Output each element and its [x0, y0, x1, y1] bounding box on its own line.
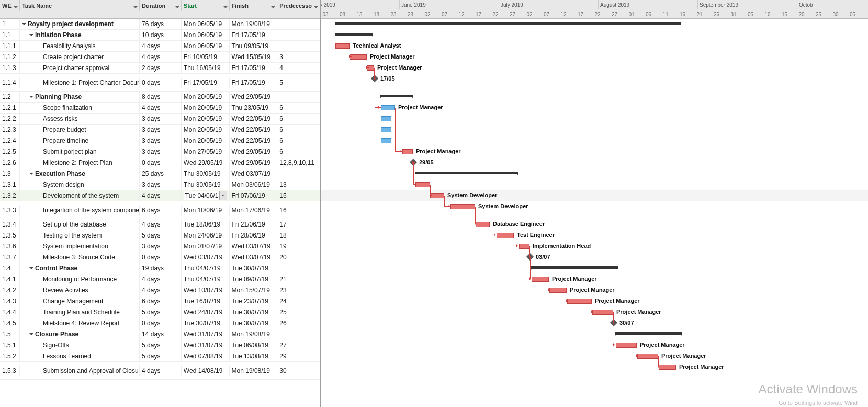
cell-duration[interactable]: 6 days	[140, 296, 182, 307]
summary-bar[interactable]	[335, 33, 372, 36]
cell-wbs[interactable]: 1.3.3	[0, 205, 20, 216]
cell-predecessors[interactable]: 6	[277, 125, 320, 135]
cell-finish[interactable]: Mon 03/06/19	[230, 179, 278, 190]
cell-duration[interactable]: 3 days	[140, 114, 182, 125]
cell-task-name[interactable]: Prepare budget	[20, 125, 140, 135]
cell-duration[interactable]: 3 days	[140, 179, 182, 190]
table-row[interactable]: 1.3.6System implementation3 daysMon 01/0…	[0, 241, 320, 252]
cell-task-name[interactable]: Feasibility Analysis	[20, 41, 140, 52]
cell-finish[interactable]: Mon 19/08/19	[230, 329, 278, 340]
table-row[interactable]: 1.2.4Prepare timeline3 daysMon 20/05/19W…	[0, 135, 320, 146]
cell-task-name[interactable]: Training Plan and Schedule	[20, 307, 140, 318]
cell-wbs[interactable]: 1.5.1	[0, 340, 20, 351]
task-bar[interactable]	[381, 116, 391, 121]
table-row[interactable]: 1.3.5Testing of the system5 daysMon 24/0…	[0, 230, 320, 241]
cell-predecessors[interactable]: 17	[277, 219, 320, 230]
cell-wbs[interactable]: 1.4	[0, 263, 20, 274]
cell-start[interactable]: Thu 30/05/19	[182, 168, 230, 179]
task-bar[interactable]	[335, 43, 350, 49]
cell-task-name[interactable]: Sign-Offs	[20, 340, 140, 351]
cell-wbs[interactable]: 1.2.2	[0, 114, 20, 125]
cell-duration[interactable]: 2 days	[140, 63, 182, 74]
collapse-icon[interactable]	[29, 34, 33, 38]
date-dropdown-icon[interactable]	[219, 191, 227, 200]
table-row[interactable]: 1.4.4Training Plan and Schedule5 daysWed…	[0, 307, 320, 318]
cell-finish[interactable]: Tue 30/07/19	[230, 263, 278, 274]
cell-finish[interactable]: Tue 23/07/19	[230, 296, 278, 307]
table-row[interactable]: 1.2.2Assess risks3 daysMon 20/05/19Wed 2…	[0, 114, 320, 125]
collapse-icon[interactable]	[29, 267, 33, 272]
cell-task-name[interactable]: Scope finalization	[20, 103, 140, 114]
col-start[interactable]: Start	[182, 0, 230, 11]
cell-task-name[interactable]: Execution Phase	[20, 168, 140, 179]
cell-finish[interactable]: Wed 22/05/19	[230, 135, 278, 146]
cell-start[interactable]: Mon 20/05/19	[182, 114, 230, 125]
cell-wbs[interactable]: 1.5.2	[0, 351, 20, 362]
cell-duration[interactable]: 8 days	[140, 92, 182, 103]
table-row[interactable]: 1.2.3Prepare budget3 daysMon 20/05/19Wed…	[0, 125, 320, 135]
cell-task-name[interactable]: Review Activties	[20, 285, 140, 296]
cell-start[interactable]: Wed 03/07/19	[182, 252, 230, 263]
col-duration[interactable]: Duration	[140, 0, 182, 11]
cell-predecessors[interactable]: 19	[277, 241, 320, 252]
cell-finish[interactable]: Thu 23/05/19	[230, 103, 278, 114]
cell-wbs[interactable]: 1.2.1	[0, 103, 20, 114]
cell-wbs[interactable]: 1.3	[0, 168, 20, 179]
table-row[interactable]: 1.5Closure Phase14 daysWed 31/07/19Mon 1…	[0, 329, 320, 340]
cell-task-name[interactable]: Submit porject plan	[20, 146, 140, 157]
cell-finish[interactable]: Wed 29/05/19	[230, 146, 278, 157]
cell-start[interactable]: Fri 10/05/19	[182, 52, 230, 63]
cell-predecessors[interactable]: 18	[277, 230, 320, 241]
cell-start[interactable]: Tue 16/07/19	[182, 296, 230, 307]
cell-finish[interactable]: Wed 22/05/19	[230, 125, 278, 135]
cell-start[interactable]: Wed 24/07/19	[182, 307, 230, 318]
cell-start[interactable]: Mon 20/05/19	[182, 125, 230, 135]
cell-task-name[interactable]: Submission and Approval of Closure Repor…	[20, 365, 140, 376]
table-row[interactable]: 1.2.5Submit porject plan3 daysMon 27/05/…	[0, 146, 320, 157]
col-predecessors[interactable]: Predecesso	[277, 0, 320, 11]
task-bar[interactable]	[519, 244, 529, 249]
cell-predecessors[interactable]: 4	[277, 63, 320, 74]
cell-finish[interactable]: Fri 21/06/19	[230, 219, 278, 230]
cell-predecessors[interactable]: 25	[277, 307, 320, 318]
cell-predecessors[interactable]	[277, 30, 320, 41]
cell-duration[interactable]: 5 days	[140, 340, 182, 351]
table-row[interactable]: 1.3.4Set up of the database4 daysTue 18/…	[0, 219, 320, 230]
cell-finish[interactable]: Wed 15/05/19	[230, 52, 278, 63]
cell-wbs[interactable]: 1.3.7	[0, 252, 20, 263]
cell-task-name[interactable]: Control Phase	[20, 263, 140, 274]
table-row[interactable]: 1.4.2Review Activties4 daysWed 10/07/19M…	[0, 285, 320, 296]
cell-start[interactable]: Mon 27/05/19	[182, 146, 230, 157]
cell-finish[interactable]: Tue 30/07/19	[230, 307, 278, 318]
table-row[interactable]: 1.4.3Change Management6 daysTue 16/07/19…	[0, 296, 320, 307]
cell-duration[interactable]: 4 days	[140, 52, 182, 63]
cell-start[interactable]: Mon 06/05/19	[182, 19, 230, 30]
cell-finish[interactable]: Wed 29/05/19	[230, 157, 278, 168]
cell-duration[interactable]: 4 days	[140, 274, 182, 285]
cell-task-name[interactable]: Proejct charter approval	[20, 63, 140, 74]
task-bar[interactable]	[532, 277, 549, 282]
cell-finish[interactable]: Wed 22/05/19	[230, 114, 278, 125]
task-bar[interactable]	[497, 233, 514, 238]
cell-predecessors[interactable]: 6	[277, 135, 320, 146]
cell-task-name[interactable]: System design	[20, 179, 140, 190]
cell-start[interactable]: Thu 04/07/19	[182, 263, 230, 274]
table-row[interactable]: 1.5.1Sign-Offs5 daysWed 31/07/19Tue 06/0…	[0, 340, 320, 351]
cell-predecessors[interactable]	[277, 329, 320, 340]
collapse-icon[interactable]	[29, 96, 33, 100]
cell-predecessors[interactable]: 29	[277, 351, 320, 362]
cell-task-name[interactable]: Set up of the database	[20, 219, 140, 230]
cell-duration[interactable]: 5 days	[140, 230, 182, 241]
cell-finish[interactable]: Fri 17/05/19	[230, 77, 278, 88]
summary-bar[interactable]	[532, 266, 618, 269]
table-row[interactable]: 1.3.3Integartion of the system component…	[0, 201, 320, 219]
table-row[interactable]: 1.3.1System design3 daysThu 30/05/19Mon …	[0, 179, 320, 190]
task-bar[interactable]	[476, 222, 490, 227]
cell-task-name[interactable]: Milestone 1: Project Charter Document	[20, 77, 140, 88]
table-row[interactable]: 1.2.6Milestone 2: Project Plan0 daysWed …	[0, 157, 320, 168]
table-row[interactable]: 1.4.5Mielstone 4: Review Report0 daysTue…	[0, 318, 320, 329]
summary-bar[interactable]	[335, 22, 681, 25]
cell-start[interactable]: Fri 17/05/19	[182, 77, 230, 88]
cell-task-name[interactable]: Prepare timeline	[20, 135, 140, 146]
cell-predecessors[interactable]: 30	[277, 365, 320, 376]
